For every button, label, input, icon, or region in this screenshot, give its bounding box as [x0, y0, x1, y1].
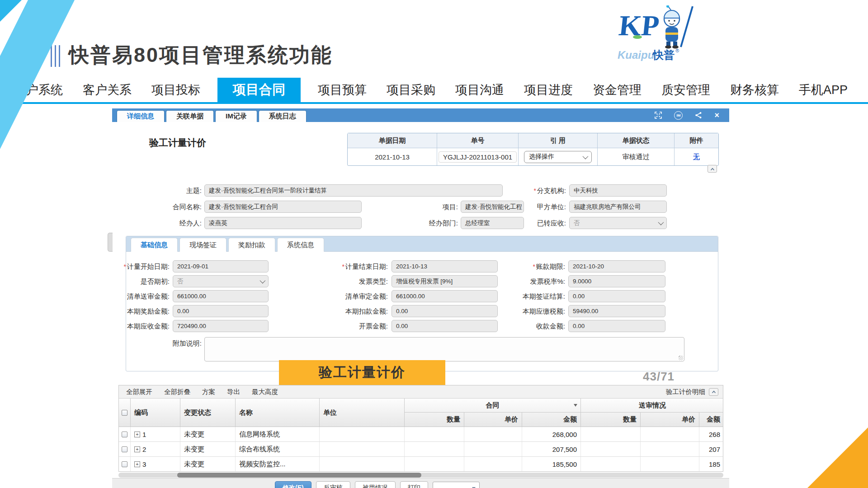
edit-button[interactable]: 修改(E): [275, 481, 311, 488]
expand-all-button[interactable]: 全部展开: [126, 388, 152, 396]
submitted-amount-field[interactable]: 661000.00: [173, 290, 269, 302]
footer-select[interactable]: [433, 482, 480, 488]
table-row[interactable]: +1 未变更 信息网络系统 268,000 268: [119, 427, 723, 442]
subject-field[interactable]: 建发·吾悦智能化工程合同第一阶段计量结算: [204, 184, 503, 197]
max-height-button[interactable]: 最大高度: [252, 388, 278, 396]
col-header-submit-price[interactable]: 单价: [641, 413, 699, 427]
reward-amount-field[interactable]: 0.00: [173, 305, 269, 317]
attachment-link[interactable]: 无: [693, 153, 700, 161]
tab-im-records[interactable]: IM记录: [215, 110, 257, 122]
share-icon[interactable]: [694, 111, 703, 119]
handler-field[interactable]: 凌燕英: [204, 217, 362, 229]
collapse-all-button[interactable]: 全部折叠: [164, 388, 190, 396]
subtab-basic-info[interactable]: 基础信息: [131, 238, 178, 252]
receivable-amount-field[interactable]: 720490.00: [173, 320, 269, 332]
tab-detail-info[interactable]: 详细信息: [117, 110, 165, 122]
col-header-contract-price[interactable]: 单价: [464, 413, 522, 427]
collapse-grid-button[interactable]: [709, 388, 718, 396]
col-header-contract-amount[interactable]: 金额: [522, 413, 581, 427]
col-header-name[interactable]: 名称: [236, 399, 320, 427]
nav-item-communication[interactable]: 项目沟通: [453, 82, 507, 98]
close-icon[interactable]: ×: [714, 111, 719, 119]
col-header-submit-amount[interactable]: 金额: [699, 413, 723, 427]
row-checkbox[interactable]: [122, 461, 127, 467]
export-button[interactable]: 导出: [227, 388, 240, 396]
remark-textarea[interactable]: [204, 337, 684, 361]
nav-item-quality[interactable]: 质安管理: [659, 82, 713, 98]
stamp-header-status: 单据状态: [598, 133, 675, 148]
initial-period-select[interactable]: 否: [173, 275, 269, 287]
received-amount-field[interactable]: 0.00: [568, 320, 665, 332]
chevron-down-icon: [260, 278, 266, 284]
usage-button[interactable]: 被用情况: [355, 481, 396, 488]
branch-field[interactable]: 中天科技: [569, 184, 667, 197]
nav-item-budget[interactable]: 项目预算: [315, 82, 369, 98]
project-field[interactable]: 建发·吾悦智能化工程: [461, 201, 524, 213]
corner-decoration-topleft: [0, 0, 108, 163]
print-button[interactable]: 打印: [400, 481, 428, 488]
col-header-change-status[interactable]: 变更状态: [180, 399, 236, 427]
select-all-checkbox[interactable]: [122, 410, 127, 416]
row-checkbox[interactable]: [122, 432, 127, 437]
panel-collapse-handle[interactable]: [108, 233, 113, 252]
tab-system-log[interactable]: 系统日志: [259, 110, 307, 122]
tab-related-docs[interactable]: 关联单据: [166, 110, 214, 122]
nav-item-finance[interactable]: 财务核算: [727, 82, 782, 98]
col-header-contract-qty[interactable]: 数量: [405, 413, 464, 427]
table-row[interactable]: +3 未变更 视频安防监控... 185,500 185: [119, 457, 723, 472]
collapse-header-button[interactable]: [708, 165, 717, 173]
nav-item-mobile-app[interactable]: 手机APP: [796, 82, 850, 98]
invoiced-amount-label: 开票金额:: [293, 320, 388, 333]
row-checkbox[interactable]: [122, 446, 127, 452]
subtab-site-visa[interactable]: 现场签证: [179, 238, 226, 252]
app-window: 详细信息 关联单据 IM记录 系统日志 IM: [112, 108, 729, 488]
col-header-code[interactable]: 编码: [131, 399, 180, 427]
reference-select[interactable]: 选择操作: [524, 151, 592, 163]
chevron-up-icon: [710, 167, 715, 171]
receivable-amount-label: 本期应收金额:: [121, 320, 170, 333]
scrollbar-thumb[interactable]: [177, 473, 421, 478]
expand-row-icon[interactable]: +: [134, 432, 140, 437]
group-header-contract[interactable]: 合同: [405, 399, 581, 413]
nav-item-progress[interactable]: 项目进度: [521, 82, 576, 98]
logo-mascot: [664, 5, 693, 49]
project-label: 项目:: [365, 201, 458, 213]
tax-payable-field[interactable]: 59490.00: [568, 305, 665, 317]
reward-amount-label: 本期奖励金额:: [121, 305, 170, 318]
visa-settlement-field[interactable]: 0.00: [568, 290, 665, 302]
col-header-unit[interactable]: 单位: [320, 399, 405, 427]
nav-item-bidding[interactable]: 项目投标: [149, 82, 203, 98]
handler-dept-field[interactable]: 总经理室: [461, 217, 524, 229]
expand-row-icon[interactable]: +: [134, 461, 140, 467]
scheme-button[interactable]: 方案: [202, 388, 215, 396]
payment-term-field[interactable]: 2021-10-20: [568, 260, 665, 272]
subtab-system-info[interactable]: 系统信息: [277, 238, 324, 252]
subject-label: 主题:: [125, 184, 202, 197]
fullscreen-icon[interactable]: [654, 111, 662, 119]
document-title: 验工计量计价: [149, 136, 206, 149]
contract-name-field[interactable]: 建发·吾悦智能化工程合同: [204, 201, 362, 213]
resize-grip-icon[interactable]: [679, 356, 683, 360]
branch-label: *分支机构:: [519, 184, 566, 197]
measure-start-field[interactable]: 2021-09-01: [173, 260, 269, 272]
im-chat-icon[interactable]: IM: [674, 111, 683, 120]
col-header-submit-qty[interactable]: 数量: [581, 413, 641, 427]
nav-item-procurement[interactable]: 项目采购: [384, 82, 438, 98]
stamp-header-ref: 引 用: [519, 133, 598, 148]
nav-item-contract[interactable]: 项目合同: [217, 78, 301, 102]
subtab-reward-deduction[interactable]: 奖励扣款: [228, 238, 275, 252]
invoice-type-label: 发票类型:: [293, 275, 388, 288]
column-menu-icon[interactable]: [574, 404, 577, 407]
receivable-select[interactable]: 否: [569, 217, 667, 229]
party-a-field[interactable]: 福建兆联房地产有限公司: [569, 201, 667, 213]
handler-label: 经办人:: [125, 217, 202, 230]
nav-item-funds[interactable]: 资金管理: [590, 82, 644, 98]
group-header-submission[interactable]: 送审情况: [581, 399, 723, 413]
tax-rate-field[interactable]: 9.0000: [568, 275, 665, 287]
expand-row-icon[interactable]: +: [134, 446, 140, 452]
measure-end-label: *计量结束日期:: [293, 260, 388, 273]
reverse-audit-button[interactable]: 反审核: [316, 481, 350, 488]
window-tab-bar: 详细信息 关联单据 IM记录 系统日志 IM: [112, 108, 729, 122]
horizontal-scrollbar[interactable]: [118, 473, 723, 478]
table-row[interactable]: +2 未变更 综合布线系统 207,500 207: [119, 442, 723, 457]
